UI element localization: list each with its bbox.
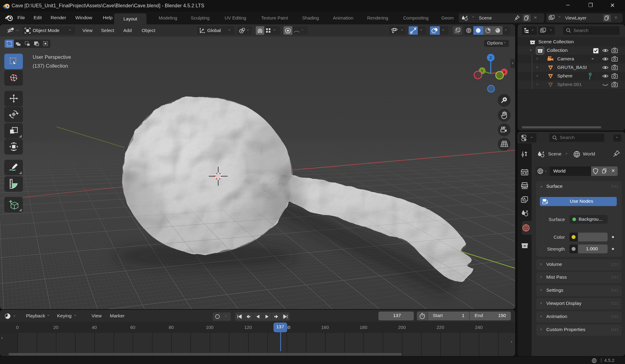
svg-text:Y: Y — [481, 69, 484, 73]
svg-text:Z: Z — [490, 55, 492, 60]
